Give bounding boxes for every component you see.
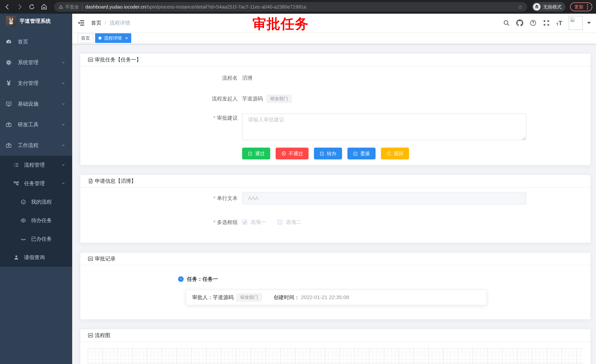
home-icon[interactable] [40,3,48,11]
initiator-label: 流程发起人 [88,94,242,103]
approver-value: 芋道源码 [213,294,234,301]
sidebar-item-todo-tasks[interactable]: 待办任务 [0,211,72,230]
sidebar-menu: 首页 系统管理 ¥ 支付管理 基础设施 研发工具 [0,29,72,267]
chevron-up-icon [61,181,66,186]
avatar[interactable] [569,16,583,30]
sidebar-item-label: 已办任务 [31,235,52,242]
breadcrumb-current: 流程详情 [110,19,130,26]
sidebar-item-workflow[interactable]: 工作流程 [0,135,72,156]
sidebar-item-home[interactable]: 首页 [0,31,72,52]
transfer-button[interactable]: 转办 [314,148,342,160]
checkbox-checked-icon [242,219,247,225]
approve-button[interactable]: 通过 [242,148,270,160]
picture-icon [88,256,93,262]
url-divider [82,4,82,9]
back-icon[interactable] [4,3,11,11]
breadcrumb-home[interactable]: 首页 [91,19,101,26]
reload-icon[interactable] [28,3,36,11]
tab-label: 流程详情 [104,35,122,41]
single-text-label: 单行文本 [88,192,242,204]
sidebar-item-done-tasks[interactable]: 已办任务 [0,230,72,248]
incognito-icon [533,3,540,11]
workflow-submenu: 流程管理 任务管理 我的流程 待办任务 [0,156,72,267]
sidebar-item-label: 支付管理 [18,80,38,87]
font-size-icon[interactable]: TT [556,20,562,26]
face-icon [20,199,26,205]
card-header: 审批任务【任务一】 [80,54,590,66]
chevron-down-icon [61,102,66,106]
approver-label: 审批人： [192,294,213,301]
github-icon[interactable] [516,19,523,26]
broken-image-icon [570,17,575,22]
forward-icon[interactable] [16,3,23,11]
gear-icon [6,59,12,66]
url-bar[interactable]: 不安全 dashboard.yudao.iocoder.cn/bpm/proce… [54,2,527,12]
incognito-label: 无痕模式 [543,4,562,10]
reject-button[interactable]: 不通过 [276,148,309,160]
return-button[interactable]: 退回 [381,148,409,160]
tab-process-detail[interactable]: 流程详情 × [95,33,131,43]
active-dot-icon [98,37,101,40]
bpmn-canvas[interactable] [88,348,583,364]
tags-view-bar: 首页 流程详情 × [72,32,596,44]
checkbox-unchecked-icon [277,219,283,225]
card-header: 流程图 [80,329,590,342]
toolbox-icon [6,122,12,128]
red-annotation: 审批任务 [253,15,309,33]
clock-icon [178,276,184,282]
navbar: 首页 / 流程详情 TT [72,14,596,32]
search-icon[interactable] [503,19,510,26]
apply-info-card: 申请信息【滔博】 单行文本 多选框组 选项一 [80,175,591,243]
sidebar-item-infra[interactable]: 基础设施 [0,94,72,114]
sidebar-item-devtools[interactable]: 研发工具 [0,114,72,135]
app-logo-bar[interactable]: 🐰 芋道管理系统 [0,14,72,29]
browser-chrome: 不安全 dashboard.yudao.iocoder.cn/bpm/proce… [0,0,596,14]
sidebar-item-task-mgmt[interactable]: 任务管理 [0,174,72,193]
picture-icon [88,57,93,63]
fullscreen-icon[interactable] [543,19,550,26]
update-button[interactable]: 更新 [570,2,592,11]
suggestion-textarea[interactable] [242,114,526,140]
created-time: 2022-01-21 22:35:08 [301,294,349,300]
browser-menu-icon[interactable] [587,4,588,9]
checkbox-group: 选项一 选项二 [242,219,301,226]
checkbox-group-label: 多选框组 [88,219,242,226]
picture-icon [88,333,93,338]
tab-home[interactable]: 首页 [78,33,93,43]
tab-close-icon[interactable]: × [125,36,128,41]
sidebar-item-label: 首页 [18,38,28,45]
sidebar-item-leave-query[interactable]: 请假查询 [0,248,72,267]
sidebar: 🐰 芋道管理系统 首页 系统管理 ¥ 支付管理 基础设施 [0,14,72,364]
eye-icon [20,218,26,223]
avatar-caret-icon[interactable] [587,22,591,24]
edit-icon [353,151,358,156]
approval-task-card: 审批任务【任务一】 流程名 滔博 流程发起人 芋道源码 研发部门 [80,53,591,165]
help-icon[interactable] [529,19,536,26]
bookmark-star-icon[interactable]: ☆ [518,4,523,10]
circle-close-icon [281,151,286,156]
warning-triangle-icon [59,4,63,9]
button-label: 通过 [255,150,265,157]
card-title: 审批任务【任务一】 [95,56,142,63]
breadcrumb: 首页 / 流程详情 [91,19,130,26]
tree-icon [13,181,19,186]
delegate-button[interactable]: 委派 [347,148,376,160]
sidebar-item-label: 流程管理 [24,161,45,168]
hamburger-icon[interactable] [78,19,85,27]
sidebar-item-system[interactable]: 系统管理 [0,52,72,73]
chevron-down-icon [61,81,66,86]
checkbox-option-1: 选项一 [242,219,266,226]
navbar-actions: TT [503,16,591,30]
card-title: 申请信息【滔博】 [95,178,136,185]
not-secure-badge[interactable]: 不安全 [59,4,79,10]
sidebar-item-process-mgmt[interactable]: 流程管理 [0,156,72,174]
sidebar-item-my-process[interactable]: 我的流程 [0,193,72,211]
timeline-node: 任务：任务一 [178,276,583,283]
url-host: dashboard.yudao.iocoder.cn [85,4,146,10]
eye-closed-icon [20,236,26,242]
chevron-down-icon [61,163,66,167]
monitor-icon [6,101,12,107]
process-name-value: 滔博 [242,74,253,82]
sidebar-item-pay[interactable]: ¥ 支付管理 [0,73,72,94]
checkbox-label: 选项一 [251,219,266,226]
